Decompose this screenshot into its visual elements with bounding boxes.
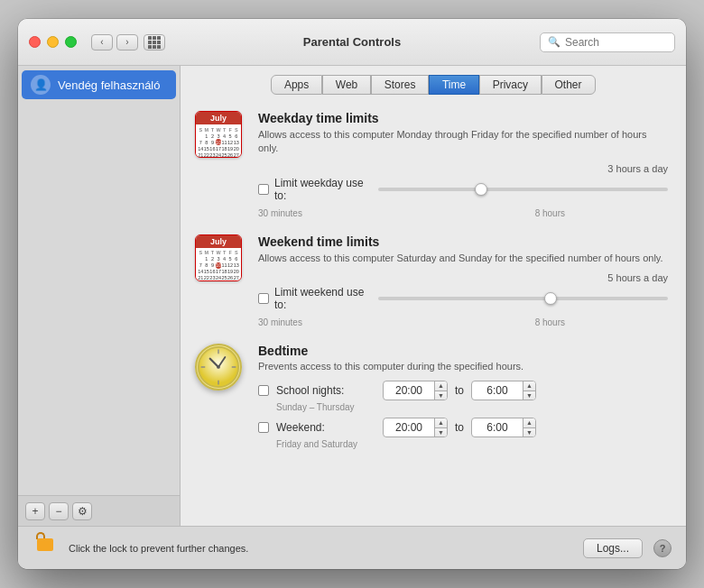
weekday-min-label: 30 minutes [258, 208, 302, 218]
forward-button[interactable]: › [116, 34, 138, 51]
tab-other[interactable]: Other [542, 75, 596, 95]
weekend-checkbox[interactable] [258, 293, 269, 304]
lock-icon [37, 538, 53, 558]
weekday-checkbox-row: Limit weekday use to: [258, 177, 668, 202]
sidebar-item-label: Vendég felhasználó [58, 78, 160, 92]
school-to-up[interactable]: ▲ [523, 381, 535, 391]
minimize-button[interactable] [47, 36, 59, 48]
maximize-button[interactable] [65, 36, 77, 48]
tab-privacy[interactable]: Privacy [479, 75, 542, 95]
school-to-down[interactable]: ▼ [523, 391, 535, 400]
nav-buttons: ‹ › [91, 34, 138, 51]
weekend-body: Weekend time limits Allows access to thi… [258, 234, 668, 327]
bedtime-body: Bedtime Prevents access to this computer… [258, 344, 668, 455]
school-from-value: 20:00 [384, 384, 434, 397]
close-button[interactable] [29, 36, 41, 48]
tab-apps[interactable]: Apps [271, 75, 322, 95]
weekend-checkbox-label: Limit weekend use to: [274, 286, 373, 311]
weekday-calendar-icon: July S M T W T F S [195, 111, 245, 161]
add-user-button[interactable]: + [25, 502, 45, 520]
logs-button[interactable]: Logs... [583, 538, 643, 558]
search-input[interactable] [565, 36, 667, 49]
bedtime-section: Bedtime Prevents access to this computer… [195, 344, 668, 465]
sidebar: 👤 Vendég felhasználó + − ⚙ [18, 66, 181, 526]
clock-svg [197, 344, 240, 390]
school-nights-row: School nights: 20:00 ▲ ▼ to 6:00 [258, 381, 668, 400]
search-box[interactable]: 🔍 [540, 32, 675, 52]
search-icon: 🔍 [548, 36, 560, 48]
weekend-to-label: to [455, 421, 464, 434]
weekend-to-spinner[interactable]: 6:00 ▲ ▼ [471, 418, 536, 437]
weekday-desc: Allows access to this computer Monday th… [258, 128, 668, 156]
weekend-to-up[interactable]: ▲ [523, 418, 535, 428]
svg-point-7 [217, 365, 220, 369]
weekend-from-spinner[interactable]: 20:00 ▲ ▼ [383, 418, 448, 437]
school-from-arrows: ▲ ▼ [434, 381, 447, 400]
weekend-title: Weekend time limits [258, 234, 668, 249]
weekend-bedtime-label: Weekend: [276, 421, 375, 434]
tab-web[interactable]: Web [322, 75, 371, 95]
school-to-arrows: ▲ ▼ [523, 381, 535, 400]
weekday-checkbox-label: Limit weekday use to: [274, 177, 373, 202]
lock-text: Click the lock to prevent further change… [69, 543, 572, 554]
weekday-max-label: 8 hours [535, 208, 565, 218]
weekend-slider-value: 5 hours a day [607, 272, 668, 283]
school-nights-checkbox[interactable] [258, 385, 269, 396]
cal-month-label: July [196, 112, 241, 124]
school-nights-sub: Sunday – Thursday [276, 402, 668, 412]
clock-icon [195, 344, 245, 394]
school-to-spinner[interactable]: 6:00 ▲ ▼ [471, 381, 536, 400]
traffic-lights [29, 36, 77, 48]
weekend-sub: Friday and Saturday [276, 439, 668, 449]
school-from-spinner[interactable]: 20:00 ▲ ▼ [383, 381, 448, 400]
weekend-checkbox-row: Limit weekend use to: [258, 286, 668, 311]
weekend-calendar-icon: July S M T W T F S [195, 234, 245, 285]
window-title: Parental Controls [303, 35, 401, 49]
weekend-min-label: 30 minutes [258, 317, 302, 327]
main-panel: Apps Web Stores Time Privacy Other July [181, 66, 686, 526]
panel-content: July S M T W T F S [181, 102, 686, 526]
lock-button[interactable] [32, 536, 58, 561]
user-icon: 👤 [31, 75, 51, 95]
weekend-section: July S M T W T F S [195, 234, 668, 327]
bedtime-desc: Prevents access to this computer during … [258, 361, 668, 372]
sidebar-item-user[interactable]: 👤 Vendég felhasználó [22, 70, 176, 99]
weekday-checkbox[interactable] [258, 184, 269, 195]
weekend-max-label: 8 hours [535, 317, 565, 327]
weekday-slider[interactable] [378, 188, 668, 191]
weekday-slider-value: 3 hours a day [607, 163, 668, 174]
bottom-bar: Click the lock to prevent further change… [18, 526, 686, 569]
weekday-body: Weekday time limits Allows access to thi… [258, 111, 668, 218]
weekday-slider-row: 3 hours a day Limit weekday use to: 30 m… [258, 163, 668, 218]
help-button[interactable]: ? [653, 539, 672, 557]
weekend-from-down[interactable]: ▼ [435, 428, 447, 437]
back-button[interactable]: ‹ [91, 34, 113, 51]
weekend-to-arrows: ▲ ▼ [523, 418, 535, 436]
weekend-slider[interactable] [378, 297, 668, 300]
weekend-from-up[interactable]: ▲ [435, 418, 447, 428]
sidebar-toolbar: + − ⚙ [18, 495, 180, 526]
tab-stores[interactable]: Stores [371, 75, 430, 95]
weekend-desc: Allows access to this computer Saturday … [258, 252, 668, 265]
titlebar: ‹ › Parental Controls 🔍 [18, 19, 686, 66]
school-from-down[interactable]: ▼ [435, 391, 447, 400]
school-from-up[interactable]: ▲ [435, 381, 447, 391]
bedtime-title: Bedtime [258, 344, 668, 358]
weekday-title: Weekday time limits [258, 111, 668, 125]
tab-time[interactable]: Time [429, 75, 479, 95]
school-to-label: to [455, 384, 464, 397]
weekend-to-value: 6:00 [472, 421, 523, 434]
weekend-from-arrows: ▲ ▼ [434, 418, 447, 436]
tab-bar: Apps Web Stores Time Privacy Other [181, 66, 686, 102]
weekday-slider-limits: 30 minutes 8 hours [258, 208, 565, 218]
weekend-slider-row: 5 hours a day Limit weekend use to: 30 m… [258, 272, 668, 327]
weekend-slider-limits: 30 minutes 8 hours [258, 317, 565, 327]
weekend-to-down[interactable]: ▼ [523, 428, 535, 437]
settings-button[interactable]: ⚙ [72, 502, 92, 520]
sidebar-list: 👤 Vendég felhasználó [18, 66, 180, 495]
school-nights-label: School nights: [276, 384, 375, 397]
grid-button[interactable] [144, 34, 165, 51]
school-to-value: 6:00 [472, 384, 523, 397]
weekend-bedtime-checkbox[interactable] [258, 422, 269, 433]
remove-user-button[interactable]: − [49, 502, 69, 520]
